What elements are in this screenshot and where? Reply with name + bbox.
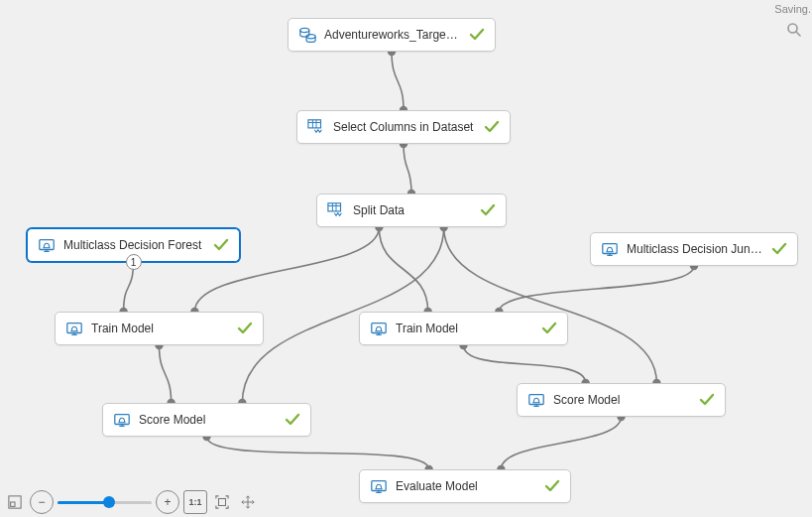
zoom-out-label: − (38, 495, 45, 509)
node-label: Select Columns in Dataset (333, 120, 484, 134)
search-button[interactable] (786, 22, 804, 40)
pan-icon (241, 495, 255, 509)
zoom-out-button[interactable]: − (30, 490, 54, 514)
check-icon (771, 241, 787, 257)
dataset-icon (298, 26, 316, 44)
edge (464, 345, 586, 383)
node-train_left[interactable]: Train Model (55, 312, 264, 345)
check-icon (699, 392, 715, 408)
node-label: Multiclass Decision Forest (63, 238, 213, 252)
svg-rect-3 (11, 502, 15, 506)
node-score_left[interactable]: Score Model (102, 403, 311, 437)
algorithm-icon (601, 240, 619, 258)
edge (499, 266, 694, 312)
algorithm-icon (370, 320, 388, 337)
canvas-toolbar: − + 1:1 (0, 487, 263, 517)
node-label: Multiclass Decision Jungle (627, 242, 771, 256)
check-icon (544, 478, 560, 494)
edge (160, 345, 172, 403)
edge (207, 437, 429, 469)
zoom-in-label: + (164, 495, 171, 509)
zoom-to-fit-icon (215, 495, 229, 509)
node-mdj[interactable]: Multiclass Decision Jungle (590, 232, 798, 266)
svg-line-1 (796, 32, 800, 36)
search-icon (786, 22, 802, 38)
actual-size-button[interactable]: 1:1 (183, 490, 207, 514)
svg-rect-4 (219, 499, 226, 506)
columns-icon (307, 118, 325, 136)
check-icon (213, 237, 229, 253)
check-icon (469, 27, 485, 43)
zoom-slider[interactable] (58, 492, 152, 512)
edge (392, 52, 404, 110)
algorithm-icon (113, 411, 131, 429)
check-icon (285, 412, 300, 428)
edge (379, 227, 427, 312)
minimap-toggle[interactable] (4, 491, 26, 513)
node-label: Split Data (353, 203, 480, 217)
algorithm-icon (527, 391, 545, 409)
minimap-icon (8, 495, 22, 509)
node-select_cols[interactable]: Select Columns in Dataset (296, 110, 511, 144)
edge (501, 417, 621, 469)
output-port-badge: 1 (126, 254, 142, 270)
node-split[interactable]: Split Data (316, 194, 507, 227)
zoom-in-button[interactable]: + (156, 490, 179, 514)
check-icon (480, 202, 496, 218)
node-label: Train Model (91, 322, 237, 335)
zoom-to-fit-button[interactable] (211, 491, 233, 513)
node-score_right[interactable]: Score Model (517, 383, 726, 417)
actual-size-label: 1:1 (188, 497, 201, 507)
node-label: Train Model (396, 322, 541, 335)
pan-button[interactable] (237, 491, 259, 513)
algorithm-icon (65, 320, 83, 337)
check-icon (541, 321, 557, 336)
slider-fill (58, 501, 109, 504)
node-train_right[interactable]: Train Model (359, 312, 568, 345)
node-evaluate[interactable]: Evaluate Model (359, 469, 571, 503)
saving-status: Saving. (774, 3, 811, 15)
check-icon (484, 119, 500, 135)
algorithm-icon (370, 477, 388, 495)
slider-thumb[interactable] (103, 496, 115, 508)
algorithm-icon (38, 236, 56, 254)
edge (404, 144, 411, 194)
node-label: Adventureworks_TargetMail.... (324, 28, 469, 42)
columns-icon (327, 201, 345, 219)
node-label: Score Model (553, 393, 699, 407)
check-icon (237, 321, 253, 336)
node-label: Evaluate Model (396, 479, 544, 493)
port-badge-number: 1 (131, 257, 137, 268)
node-dataset[interactable]: Adventureworks_TargetMail.... (288, 18, 496, 52)
node-label: Score Model (139, 413, 285, 427)
